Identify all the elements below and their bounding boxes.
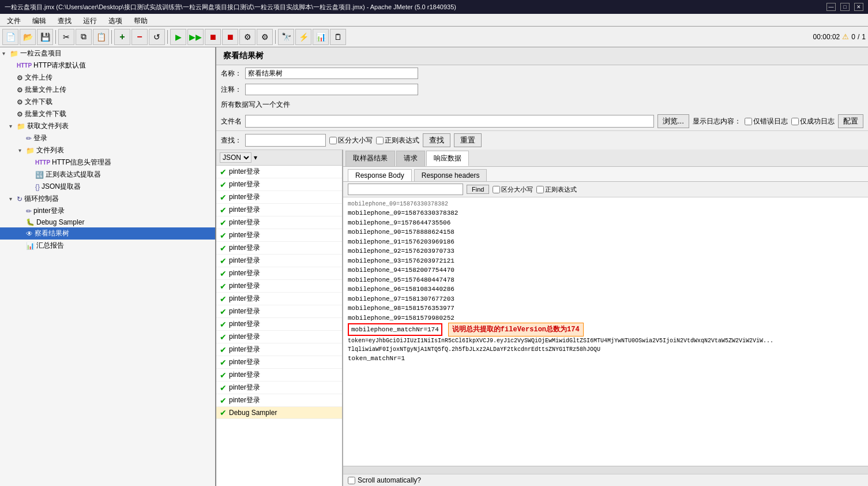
tree-pinter-login[interactable]: ✏ pinter登录: [0, 205, 215, 217]
menu-edit[interactable]: 编辑: [28, 15, 51, 25]
tree-json-extractor[interactable]: {} JSON提取器: [0, 181, 215, 193]
list-item[interactable]: ✔ pinter登录: [216, 191, 342, 204]
list-item[interactable]: ✔ pinter登录: [216, 305, 342, 318]
close-btn[interactable]: ✕: [854, 3, 863, 11]
h-scrollbar[interactable]: [343, 466, 868, 474]
tree-login[interactable]: ✏ 登录: [0, 132, 215, 144]
scroll-auto-checkbox[interactable]: [348, 477, 355, 484]
list-item[interactable]: ✔ pinter登录: [216, 318, 342, 331]
list-item[interactable]: ✔ pinter登录: [216, 293, 342, 305]
tab-request[interactable]: 请求: [396, 151, 425, 166]
name-input[interactable]: [245, 68, 418, 79]
debug-sampler-item[interactable]: ✔ Debug Sampler: [216, 407, 342, 419]
errors-only-check-label[interactable]: 仅错误日志: [745, 117, 788, 126]
success-only-checkbox[interactable]: [791, 118, 799, 125]
comment-input[interactable]: [245, 84, 418, 95]
list-item[interactable]: ✔ pinter登录: [216, 166, 342, 178]
menu-options[interactable]: 选项: [104, 15, 127, 25]
result-line-10: mobilephone_98=1581576353977: [345, 304, 866, 313]
tree-file-upload[interactable]: ⚙ 文件上传: [0, 72, 215, 84]
list-item[interactable]: ✔ pinter登录: [216, 280, 342, 293]
list-item[interactable]: ✔ pinter登录: [216, 178, 342, 191]
tree-root[interactable]: ▾ 📁 一粒云盘项目: [0, 47, 215, 59]
search-input[interactable]: [245, 134, 326, 147]
open-file-btn[interactable]: 📂: [20, 29, 36, 45]
reset-btn[interactable]: ↺: [149, 29, 165, 45]
list-item[interactable]: ✔ pinter登录: [216, 382, 342, 394]
menu-find[interactable]: 查找: [53, 15, 76, 25]
list2-btn[interactable]: 🗒: [330, 29, 346, 45]
list-item[interactable]: ✔ pinter登录: [216, 216, 342, 229]
stop-now-btn[interactable]: ⏹: [222, 29, 238, 45]
new-file-btn[interactable]: 📄: [2, 29, 18, 45]
tab-response-data[interactable]: 响应数据: [426, 151, 469, 166]
browse-btn[interactable]: 浏览...: [657, 114, 689, 128]
file-row: 文件名 浏览... 显示日志内容： 仅错误日志 仅成功日志 配置: [216, 112, 868, 130]
find-regex-checkbox[interactable]: [536, 186, 544, 193]
filename-input[interactable]: [245, 115, 654, 128]
cut-btn[interactable]: ✂: [58, 29, 74, 45]
result-content[interactable]: mobilephone_09=15876330378382 mobilephon…: [343, 197, 868, 466]
errors-only-checkbox[interactable]: [745, 118, 752, 125]
remote-start-btn[interactable]: ⚙: [239, 29, 255, 45]
list-item[interactable]: ✔ pinter登录: [216, 331, 342, 343]
config-btn[interactable]: 配置: [838, 114, 863, 128]
remove-btn[interactable]: −: [131, 29, 148, 45]
list-item[interactable]: ✔ pinter登录: [216, 343, 342, 356]
run-all-btn[interactable]: ▶▶: [187, 29, 204, 45]
result-line-9: mobilephone_97=1581307677203: [345, 294, 866, 304]
menu-file[interactable]: 文件: [2, 15, 25, 25]
save-file-btn[interactable]: 💾: [37, 29, 53, 45]
list-item[interactable]: ✔ pinter登录: [216, 242, 342, 255]
find-case-checkbox[interactable]: [493, 186, 500, 193]
find-regex-label[interactable]: 正则表达式: [536, 185, 577, 194]
success-only-check-label[interactable]: 仅成功日志: [791, 117, 835, 126]
find-btn[interactable]: 查找: [423, 133, 450, 147]
tree-batch-upload[interactable]: ⚙ 批量文件上传: [0, 84, 215, 96]
sub-tab-response-body[interactable]: Response Body: [348, 169, 412, 181]
find-btn[interactable]: Find: [467, 185, 489, 194]
tree-batch-download[interactable]: ⚙ 批量文件下载: [0, 108, 215, 120]
chart2-btn[interactable]: 📊: [313, 29, 329, 45]
tab-sampler-result[interactable]: 取样器结果: [345, 151, 395, 166]
tree-view-results[interactable]: 👁 察看结果树: [0, 227, 215, 240]
list-item[interactable]: ✔ pinter登录: [216, 267, 342, 280]
add-btn[interactable]: +: [114, 29, 130, 45]
tree-http-default[interactable]: HTTP HTTP请求默认值: [0, 59, 215, 72]
maximize-btn[interactable]: □: [840, 3, 850, 11]
tree-debug-sampler[interactable]: 🐛 Debug Sampler: [0, 217, 215, 227]
case-sensitive-label[interactable]: 区分大小写: [329, 136, 373, 145]
find-case-label[interactable]: 区分大小写: [493, 185, 533, 194]
regex-label[interactable]: 正则表达式: [376, 136, 419, 145]
menu-run[interactable]: 运行: [78, 15, 102, 25]
minimize-btn[interactable]: —: [826, 3, 836, 11]
copy-btn[interactable]: ⧉: [76, 29, 92, 45]
format-dropdown[interactable]: JSON Text XML HTML: [220, 152, 251, 163]
sub-tab-response-headers[interactable]: Response headers: [414, 169, 487, 181]
tree-file-list[interactable]: ▾ 📁 文件列表: [0, 144, 215, 156]
tree-http-header[interactable]: HTTP HTTP信息头管理器: [0, 156, 215, 169]
run-btn[interactable]: ▶: [170, 29, 186, 45]
list-item[interactable]: ✔ pinter登录: [216, 356, 342, 369]
tree-file-download[interactable]: ⚙ 文件下载: [0, 96, 215, 108]
list-item[interactable]: ✔ pinter登录: [216, 369, 342, 382]
list-item[interactable]: ✔ pinter登录: [216, 255, 342, 267]
scroll-auto-row: Scroll automatically?: [343, 474, 868, 486]
case-sensitive-checkbox[interactable]: [329, 137, 337, 144]
regex-checkbox[interactable]: [376, 137, 384, 144]
tree-get-files[interactable]: ▾ 📁 获取文件列表: [0, 120, 215, 132]
tree-regex-extractor[interactable]: 🔣 正则表达式提取器: [0, 169, 215, 181]
function-btn[interactable]: ⚡: [295, 29, 311, 45]
list-item[interactable]: ✔ pinter登录: [216, 229, 342, 242]
binoculars-btn[interactable]: 🔭: [278, 29, 294, 45]
reset-btn[interactable]: 重置: [454, 133, 482, 147]
find-input[interactable]: [348, 184, 463, 195]
tree-summary-report[interactable]: 📊 汇总报告: [0, 240, 215, 252]
stop-btn[interactable]: ⏹: [205, 29, 221, 45]
tree-loop-ctrl[interactable]: ▾ ↻ 循环控制器: [0, 193, 215, 205]
remote-stop-btn[interactable]: ⚙: [257, 29, 273, 45]
menu-help[interactable]: 帮助: [129, 15, 152, 25]
list-item[interactable]: ✔ pinter登录: [216, 394, 342, 407]
list-item[interactable]: ✔ pinter登录: [216, 204, 342, 216]
paste-btn[interactable]: 📋: [93, 29, 109, 45]
